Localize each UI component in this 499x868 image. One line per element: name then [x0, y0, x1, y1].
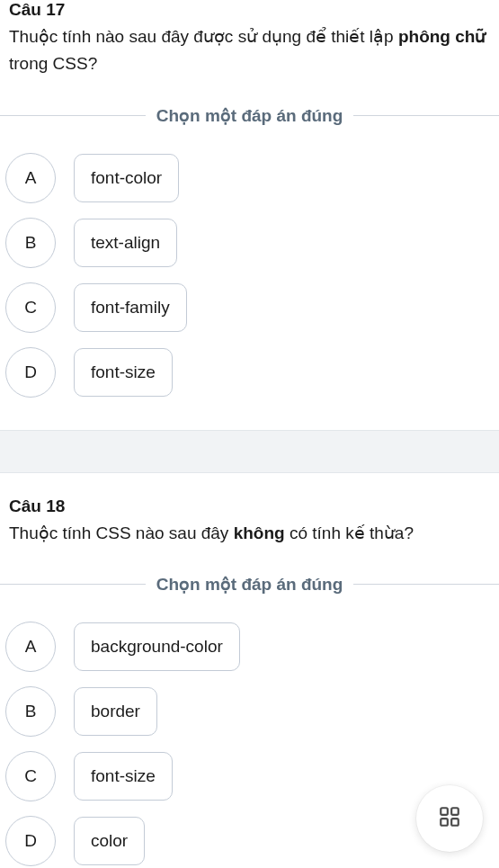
section-gap	[0, 430, 499, 473]
option-text: font-family	[74, 283, 187, 332]
option-letter: B	[5, 686, 56, 737]
prompt-text: Chọn một đáp án đúng	[156, 574, 343, 595]
option-text: color	[74, 817, 145, 865]
divider-line	[353, 584, 499, 585]
option-row-a[interactable]: A background-color	[5, 622, 494, 672]
svg-rect-2	[441, 819, 448, 826]
option-letter: C	[5, 282, 56, 333]
question-header: Câu 18 Thuộc tính CSS nào sau đây không …	[0, 497, 499, 558]
divider-line	[0, 584, 146, 585]
option-text: background-color	[74, 622, 240, 671]
prompt-divider: Chọn một đáp án đúng	[0, 105, 499, 126]
option-row-b[interactable]: B text-align	[5, 218, 494, 268]
svg-rect-0	[441, 808, 448, 815]
option-row-c[interactable]: C font-family	[5, 282, 494, 333]
svg-rect-1	[451, 808, 459, 815]
option-text: font-size	[74, 348, 173, 397]
option-letter: B	[5, 218, 56, 268]
option-row-a[interactable]: A font-color	[5, 153, 494, 203]
question-block-17: Câu 17 Thuộc tính nào sau đây được sử dụ…	[0, 0, 499, 430]
option-letter: D	[5, 816, 56, 866]
option-row-b[interactable]: B border	[5, 686, 494, 737]
option-text: text-align	[74, 219, 177, 267]
option-letter: C	[5, 751, 56, 801]
divider-line	[0, 115, 146, 116]
option-text: font-size	[74, 752, 173, 801]
option-row-c[interactable]: C font-size	[5, 751, 494, 801]
grid-icon	[438, 805, 461, 832]
question-text: Thuộc tính nào sau đây được sử dụng để t…	[9, 23, 490, 78]
question-text: Thuộc tính CSS nào sau đây không có tính…	[9, 520, 490, 547]
svg-rect-3	[451, 819, 459, 826]
question-number: Câu 18	[9, 497, 490, 516]
option-text: border	[74, 687, 157, 736]
option-text: font-color	[74, 154, 179, 202]
question-number: Câu 17	[9, 0, 490, 20]
option-letter: D	[5, 347, 56, 398]
option-letter: A	[5, 622, 56, 672]
fab-grid-button[interactable]	[416, 785, 483, 852]
prompt-divider: Chọn một đáp án đúng	[0, 574, 499, 595]
options-list: A font-color B text-align C font-family …	[0, 153, 499, 430]
question-header: Câu 17 Thuộc tính nào sau đây được sử dụ…	[0, 0, 499, 89]
divider-line	[353, 115, 499, 116]
option-letter: A	[5, 153, 56, 203]
option-row-d[interactable]: D font-size	[5, 347, 494, 398]
prompt-text: Chọn một đáp án đúng	[156, 105, 343, 126]
